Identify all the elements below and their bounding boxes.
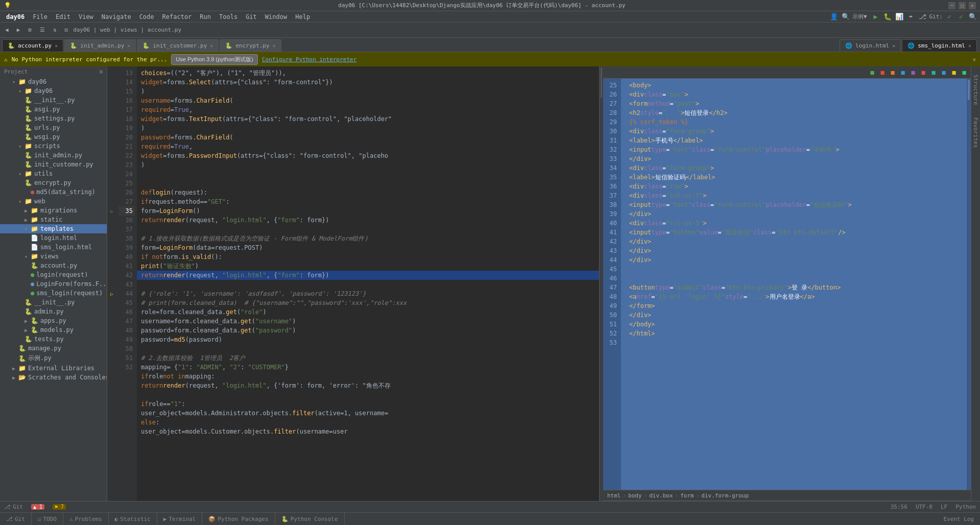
coverage-icon[interactable]: ☂ bbox=[906, 12, 916, 22]
tab-encrypt[interactable]: 🐍 encrypt.py ✕ bbox=[220, 39, 281, 52]
tree-item-templates[interactable]: ▾ 📁 templates bbox=[0, 224, 107, 233]
tab-init-admin-close[interactable]: ✕ bbox=[127, 43, 130, 49]
tree-item-login-func[interactable]: ● login(request) bbox=[0, 270, 107, 279]
close-btn[interactable]: ✕ bbox=[969, 2, 976, 9]
menu-help[interactable]: Help bbox=[291, 11, 314, 22]
maximize-btn[interactable]: □ bbox=[959, 2, 966, 9]
sidebar-settings-icon[interactable]: ⚙ bbox=[99, 68, 103, 75]
git-status[interactable]: ⎇ Git bbox=[4, 504, 23, 510]
tree-item-settings[interactable]: 🐍 settings.py bbox=[0, 114, 107, 123]
tab-account[interactable]: 🐍 account.py ✕ bbox=[2, 39, 63, 52]
right-scrollbar[interactable] bbox=[967, 79, 971, 490]
tree-item-example[interactable]: 🐍 示例.py bbox=[0, 353, 107, 364]
event-log-link[interactable]: Event Log bbox=[937, 516, 980, 522]
minimize-btn[interactable]: ─ bbox=[948, 2, 955, 9]
line-sep-status[interactable]: LF bbox=[941, 504, 947, 510]
tab-sms-login-close[interactable]: ✕ bbox=[968, 43, 971, 49]
menu-code[interactable]: Code bbox=[135, 11, 158, 22]
tree-item-manage[interactable]: 🐍 manage.py bbox=[0, 344, 107, 353]
favorites-label[interactable]: Favorites bbox=[971, 113, 980, 152]
rt-icon-6[interactable]: ■ bbox=[919, 68, 928, 77]
tree-item-sms-login-func[interactable]: ● sms_login(request) bbox=[0, 289, 107, 298]
bottom-tab-problems[interactable]: ⚠ Problems bbox=[63, 513, 109, 525]
menu-refactor[interactable]: Refactor bbox=[158, 11, 196, 22]
tree-item-admin[interactable]: 🐍 admin.py bbox=[0, 307, 107, 316]
tree-item-external-libs[interactable]: ▶ 📁 External Libraries bbox=[0, 364, 107, 373]
tree-item-init-admin[interactable]: 🐍 init_admin.py bbox=[0, 151, 107, 160]
tree-item-wsgi[interactable]: 🐍 wsgi.py bbox=[0, 132, 107, 141]
tree-item-scratches[interactable]: ▶ 📂 Scratches and Consoles bbox=[0, 373, 107, 382]
bc-html[interactable]: html bbox=[607, 492, 621, 499]
rt-icon-5[interactable]: ■ bbox=[909, 68, 918, 77]
bottom-tab-statistic[interactable]: ◐ Statistic bbox=[109, 513, 157, 525]
tree-item-sms-login-html[interactable]: 📄 sms_login.html bbox=[0, 243, 107, 252]
tree-item-views[interactable]: ▾ 📁 views bbox=[0, 252, 107, 261]
menu-run[interactable]: Run bbox=[196, 11, 215, 22]
encoding-status[interactable]: UTF-8 bbox=[916, 504, 933, 510]
tree-item-init[interactable]: 🐍 __init__.py bbox=[0, 96, 107, 105]
menu-window[interactable]: Window bbox=[261, 11, 291, 22]
tree-item-day06-root[interactable]: ▾ 📁 day06 bbox=[0, 77, 107, 86]
rt-icon-3[interactable]: ■ bbox=[888, 68, 897, 77]
bottom-tab-todo[interactable]: ☑ TODO bbox=[32, 513, 63, 525]
menu-git[interactable]: Git bbox=[242, 11, 261, 22]
configure-interpreter-btn[interactable]: Configure Python interpreter bbox=[262, 56, 356, 63]
checkmark1-icon[interactable]: ✓ bbox=[944, 12, 954, 22]
bottom-tab-python-packages[interactable]: 📦 Python Packages bbox=[202, 513, 275, 525]
profile-icon[interactable]: 📊 bbox=[894, 12, 904, 22]
bc-form[interactable]: form bbox=[680, 492, 694, 499]
rt-icon-1[interactable]: ■ bbox=[868, 68, 877, 77]
nav-up[interactable]: ⊞ bbox=[25, 26, 35, 34]
user-icon[interactable]: 👤 bbox=[829, 12, 839, 22]
nav-sort[interactable]: ⇅ bbox=[50, 26, 60, 34]
tree-item-web[interactable]: ▾ 📁 web bbox=[0, 197, 107, 206]
nav-expand[interactable]: ⊡ bbox=[62, 26, 71, 34]
nav-forward[interactable]: ▶ bbox=[14, 26, 23, 34]
menu-edit[interactable]: Edit bbox=[52, 11, 75, 22]
structure-label[interactable]: Structure bbox=[971, 70, 980, 109]
tree-item-scripts[interactable]: ▾ 📁 scripts bbox=[0, 141, 107, 151]
tree-item-tests[interactable]: 🐍 tests.py bbox=[0, 335, 107, 344]
tab-init-customer-close[interactable]: ✕ bbox=[210, 43, 213, 49]
tree-item-init2[interactable]: 🐍 __init__.py bbox=[0, 298, 107, 307]
bc-div-box[interactable]: div.box bbox=[649, 492, 673, 499]
tab-login-html-close[interactable]: ✕ bbox=[892, 43, 895, 49]
tree-item-day06[interactable]: ▾ 📁 day06 bbox=[0, 86, 107, 96]
use-interpreter-btn[interactable]: Use Python 3.9 (python测试版) bbox=[171, 54, 258, 65]
search2-icon[interactable]: 🔍 bbox=[968, 12, 978, 22]
tree-item-urls[interactable]: 🐍 urls.py bbox=[0, 123, 107, 132]
tab-init-admin[interactable]: 🐍 init_admin.py ✕ bbox=[64, 39, 136, 52]
rt-icon-9[interactable]: ■ bbox=[949, 68, 959, 77]
rt-icon-8[interactable]: ■ bbox=[939, 68, 948, 77]
tree-item-asgi[interactable]: 🐍 asgi.py bbox=[0, 105, 107, 114]
html-code[interactable]: <body> <div class="box"> <form method="p… bbox=[621, 79, 967, 490]
bc-body[interactable]: body bbox=[628, 492, 642, 499]
tree-item-static[interactable]: ▶ 📁 static bbox=[0, 215, 107, 224]
code-content[interactable]: choices=(("2", "客户"), ("1", "管理员")), wid… bbox=[137, 66, 599, 501]
menu-tools[interactable]: Tools bbox=[215, 11, 242, 22]
git-icon2[interactable]: ⎇ bbox=[918, 12, 928, 22]
tab-account-close[interactable]: ✕ bbox=[55, 43, 58, 49]
bottom-tab-python-console[interactable]: 🐍 Python Console bbox=[275, 513, 345, 525]
warnings-badge[interactable]: ⚑ 7 bbox=[53, 504, 66, 510]
tree-item-models[interactable]: ▶ 🐍 models.py bbox=[0, 325, 107, 335]
rt-icon-4[interactable]: ■ bbox=[898, 68, 907, 77]
tree-item-loginform[interactable]: ● LoginForm(forms.F... bbox=[0, 279, 107, 289]
show-icon[interactable]: 🔍 bbox=[841, 12, 851, 22]
tree-item-login-html[interactable]: 📄 login.html bbox=[0, 233, 107, 243]
tab-init-customer[interactable]: 🐍 init_customer.py ✕ bbox=[137, 39, 219, 52]
tree-item-md5[interactable]: ● md5(data_string) bbox=[0, 187, 107, 197]
rt-icon-2[interactable]: ■ bbox=[878, 68, 887, 77]
tree-item-account-py[interactable]: 🐍 account.py bbox=[0, 261, 107, 270]
bottom-tab-terminal[interactable]: ▶ Terminal bbox=[157, 513, 203, 525]
vertical-scrollbar[interactable] bbox=[599, 66, 603, 501]
checkmark2-icon[interactable]: ✓ bbox=[956, 12, 966, 22]
errors-badge[interactable]: ▲ 1 bbox=[31, 504, 44, 510]
file-type-status[interactable]: Python bbox=[955, 504, 976, 510]
warning-close-icon[interactable]: ✕ bbox=[972, 56, 976, 63]
nav-back[interactable]: ◀ bbox=[2, 26, 12, 34]
bc-div-form-group[interactable]: div.form-group bbox=[701, 492, 749, 499]
tree-item-init-customer[interactable]: 🐍 init_customer.py bbox=[0, 160, 107, 169]
tree-item-migrations[interactable]: ▶ 📁 migrations bbox=[0, 206, 107, 215]
tree-item-encrypt[interactable]: 🐍 encrypt.py bbox=[0, 178, 107, 187]
